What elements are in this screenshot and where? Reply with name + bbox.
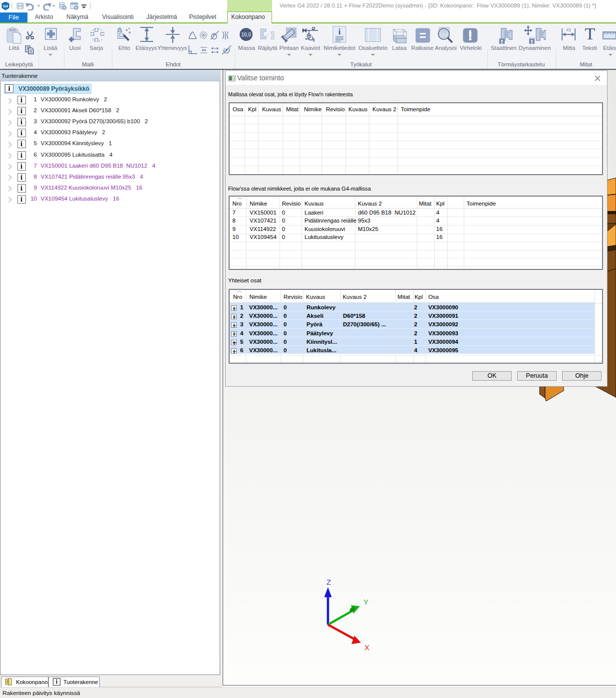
svg-text:G4: G4 [3, 4, 8, 8]
svg-text:i: i [338, 27, 341, 36]
svg-text:10,0: 10,0 [241, 32, 251, 37]
svg-text:Y: Y [363, 598, 368, 606]
svg-text:Z: Z [326, 578, 331, 586]
svg-text:45: 45 [566, 27, 571, 32]
svg-text:X: X [364, 643, 369, 652]
